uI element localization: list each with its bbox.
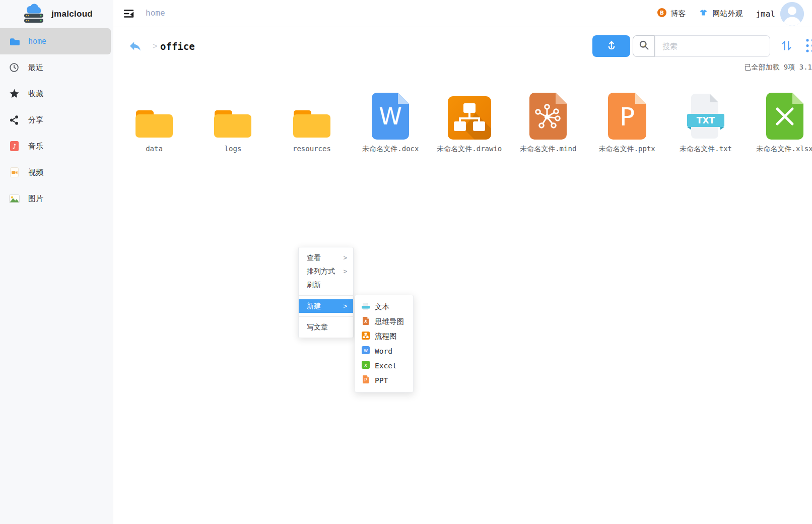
star-icon <box>9 88 20 99</box>
search-box <box>633 35 770 57</box>
sidebar-item-label: 图片 <box>28 194 43 204</box>
file-name: data <box>146 145 163 153</box>
menu-divider <box>299 316 353 317</box>
flowchart-file-icon <box>362 332 370 342</box>
file-item-word-doc[interactable]: W 未命名文件.docx <box>352 92 429 154</box>
app-logo[interactable]: jmalcloud <box>0 0 113 28</box>
context-menu-item-new[interactable]: 新建 > <box>299 299 353 313</box>
sidebar-item-recent[interactable]: 最近 <box>0 54 113 81</box>
file-name: 未命名文件.drawio <box>437 145 502 154</box>
ppt-file-icon: P <box>362 375 370 385</box>
mind-file-icon <box>362 317 370 327</box>
sidebar-item-images[interactable]: 图片 <box>0 185 113 212</box>
search-input[interactable] <box>655 35 770 57</box>
excel-file-icon <box>766 92 803 140</box>
submenu-item-excel[interactable]: x Excel <box>355 358 413 373</box>
share-icon <box>9 114 20 125</box>
grid-view-icon[interactable] <box>806 38 812 53</box>
flowchart-file-icon <box>448 92 491 140</box>
file-name: logs <box>225 145 242 153</box>
file-item-txt[interactable]: TXT 未命名文件.txt <box>667 92 744 154</box>
file-item-drawio[interactable]: 未命名文件.drawio <box>431 92 508 154</box>
file-item-ppt[interactable]: P 未命名文件.pptx <box>589 92 665 154</box>
submenu-item-label: PPT <box>375 376 388 384</box>
context-menu-item-write-article[interactable]: 写文章 <box>299 320 353 334</box>
appearance-link[interactable]: 网站外观 <box>699 9 742 19</box>
search-button[interactable] <box>633 35 655 57</box>
sidebar-item-music[interactable]: ♪ 音乐 <box>0 133 113 159</box>
file-item-folder[interactable]: data <box>116 92 192 153</box>
header-breadcrumb[interactable]: home <box>146 8 165 18</box>
blogger-icon: B <box>657 8 666 19</box>
folder-icon <box>133 92 175 140</box>
sidebar-item-home[interactable]: home <box>0 28 111 54</box>
excel-file-icon: x <box>362 361 370 371</box>
menu-item-label: 排列方式 <box>307 267 335 276</box>
music-icon: ♪ <box>9 141 20 152</box>
sidebar-item-label: 视频 <box>28 168 43 177</box>
file-item-excel[interactable]: 未命名文件.xlsx <box>747 92 812 154</box>
avatar[interactable] <box>780 2 804 26</box>
breadcrumb-separator: > <box>153 42 157 51</box>
sidebar-nav: home 最近 收藏 分享 ♪ 音乐 <box>0 28 113 212</box>
back-button[interactable] <box>128 40 142 52</box>
sidebar-item-share[interactable]: 分享 <box>0 107 113 133</box>
current-folder-breadcrumb[interactable]: office <box>160 41 195 52</box>
image-icon <box>9 193 20 204</box>
username[interactable]: jmal <box>756 9 775 19</box>
appearance-label: 网站外观 <box>712 9 742 19</box>
svg-text:TXT: TXT <box>697 115 715 125</box>
context-menu-item-arrange[interactable]: 排列方式 > <box>299 265 353 278</box>
submenu-item-text[interactable]: 文本 <box>355 300 413 314</box>
collapse-sidebar-icon[interactable] <box>123 8 134 19</box>
sidebar-item-label: 分享 <box>28 115 43 125</box>
top-header: home B 博客 网站外观 jmal <box>113 0 812 27</box>
submenu-item-mindmap[interactable]: 思维导图 <box>355 314 413 329</box>
svg-text:♪: ♪ <box>12 143 16 150</box>
svg-text:w: w <box>364 348 368 353</box>
blog-label: 博客 <box>670 9 686 19</box>
svg-text:P: P <box>620 102 635 132</box>
submenu-item-label: Word <box>375 347 392 355</box>
submenu-item-ppt[interactable]: P PPT <box>355 373 413 387</box>
file-name: 未命名文件.txt <box>680 145 732 154</box>
header-actions: B 博客 网站外观 jmal <box>657 0 812 27</box>
upload-icon <box>605 39 618 53</box>
svg-text:P: P <box>364 377 367 382</box>
file-item-folder[interactable]: logs <box>194 92 271 153</box>
word-file-icon: w <box>362 346 370 356</box>
sidebar-item-label: 音乐 <box>28 142 43 151</box>
chevron-right-icon: > <box>343 302 347 310</box>
new-file-submenu: 文本 思维导图 流程图 w Word x Excel P PPT <box>355 295 414 392</box>
context-menu-item-view[interactable]: 查看 > <box>299 251 353 265</box>
menu-item-label: 刷新 <box>307 281 321 290</box>
file-item-mind[interactable]: 未命名文件.mind <box>510 92 586 154</box>
ppt-file-icon: P <box>608 92 646 140</box>
sidebar-item-label: 最近 <box>28 63 43 73</box>
txt-file-icon: TXT <box>686 92 725 140</box>
svg-text:W: W <box>379 103 402 130</box>
submenu-item-label: Excel <box>375 362 397 370</box>
menu-divider <box>299 295 353 296</box>
file-item-folder[interactable]: resources <box>274 92 350 153</box>
cloud-server-logo-icon <box>23 3 45 25</box>
context-menu: 查看 > 排列方式 > 刷新 新建 > 写文章 <box>298 247 354 338</box>
sort-icon[interactable] <box>780 39 793 52</box>
txt-file-icon <box>362 302 370 312</box>
folder-icon <box>291 92 332 140</box>
clock-icon <box>9 62 20 73</box>
folder-icon <box>212 92 253 140</box>
blog-link[interactable]: B 博客 <box>657 8 686 19</box>
sidebar-item-favorites[interactable]: 收藏 <box>0 81 113 107</box>
context-menu-item-refresh[interactable]: 刷新 <box>299 278 353 292</box>
upload-button[interactable] <box>592 35 630 57</box>
sidebar-item-label: 收藏 <box>28 89 43 99</box>
file-name: 未命名文件.pptx <box>599 145 655 154</box>
search-icon <box>638 39 650 53</box>
chevron-right-icon: > <box>343 254 347 261</box>
sidebar-item-video[interactable]: 视频 <box>0 159 113 185</box>
submenu-item-label: 思维导图 <box>375 317 404 326</box>
submenu-item-word[interactable]: w Word <box>355 344 413 358</box>
svg-text:B: B <box>660 10 664 16</box>
submenu-item-flowchart[interactable]: 流程图 <box>355 329 413 344</box>
